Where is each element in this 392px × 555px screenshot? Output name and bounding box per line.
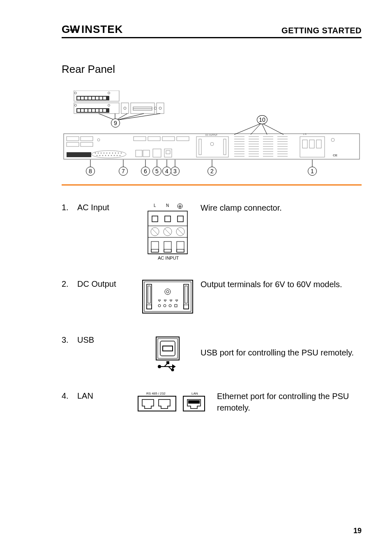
items-list: 1. AC Input L N xyxy=(62,202,362,432)
svg-rect-9 xyxy=(88,97,91,100)
dc-output-icon xyxy=(135,279,201,316)
svg-rect-22 xyxy=(92,109,95,112)
ac-input-caption: AC INPUT xyxy=(158,255,179,260)
svg-rect-28 xyxy=(121,103,129,114)
svg-text:L   N: L N xyxy=(303,133,307,135)
svg-rect-18 xyxy=(77,109,80,112)
svg-point-50 xyxy=(112,153,113,153)
svg-point-59 xyxy=(111,155,112,156)
svg-rect-178 xyxy=(163,346,173,351)
svg-rect-175 xyxy=(156,337,179,360)
item-desc: Output terminals for 6V to 60V models. xyxy=(201,279,362,290)
svg-point-48 xyxy=(106,153,107,153)
callout-8: 8 xyxy=(86,167,95,176)
svg-rect-174 xyxy=(175,304,177,307)
svg-rect-7 xyxy=(81,97,84,100)
svg-rect-8 xyxy=(85,97,88,100)
terminal-l: L xyxy=(154,203,156,208)
svg-rect-20 xyxy=(85,109,88,112)
item-row-ac-input: 1. AC Input L N xyxy=(62,202,362,264)
item-desc: Ethernet port for controlling the PSU re… xyxy=(217,390,362,413)
svg-line-126 xyxy=(251,123,261,135)
svg-rect-167 xyxy=(185,286,187,303)
svg-line-152 xyxy=(178,229,183,235)
orange-divider xyxy=(62,184,362,186)
terminal-n: N xyxy=(166,203,169,208)
svg-rect-157 xyxy=(151,249,159,252)
svg-point-53 xyxy=(121,153,122,153)
svg-rect-34 xyxy=(157,103,164,114)
svg-rect-23 xyxy=(96,109,99,112)
svg-rect-10 xyxy=(92,97,95,100)
svg-point-58 xyxy=(108,155,109,156)
item-label: LAN xyxy=(77,390,135,401)
svg-rect-168 xyxy=(184,305,189,309)
svg-point-60 xyxy=(114,155,115,156)
svg-rect-162 xyxy=(144,282,191,311)
svg-line-150 xyxy=(165,229,171,235)
svg-line-127 xyxy=(262,123,267,135)
item-desc: USB port for controlling the PSU remotel… xyxy=(201,334,362,358)
svg-rect-21 xyxy=(88,109,91,112)
item-label: DC Output xyxy=(77,279,135,289)
rs-label: RS 485 / 232 xyxy=(146,392,166,395)
svg-rect-155 xyxy=(164,242,171,252)
item-num: 4. xyxy=(62,390,77,401)
svg-point-45 xyxy=(98,153,99,153)
callout-1: 1 xyxy=(308,167,317,176)
svg-rect-24 xyxy=(99,109,102,112)
svg-rect-6 xyxy=(77,97,80,100)
svg-line-128 xyxy=(262,123,284,135)
svg-rect-154 xyxy=(151,242,159,252)
item-row-lan: 4. LAN RS 485 / 232 LAN Ethernet port fo… xyxy=(62,390,362,432)
svg-rect-165 xyxy=(147,305,152,309)
svg-rect-166 xyxy=(184,284,189,309)
svg-rect-163 xyxy=(147,284,152,309)
callout-10: 10 xyxy=(257,115,267,124)
svg-rect-13 xyxy=(103,97,106,100)
svg-point-62 xyxy=(120,155,120,156)
svg-rect-25 xyxy=(103,109,106,112)
svg-text:W: W xyxy=(70,23,81,35)
page-number: 19 xyxy=(353,527,362,535)
svg-rect-11 xyxy=(96,97,99,100)
svg-line-124 xyxy=(117,114,160,120)
svg-rect-41 xyxy=(67,152,91,157)
svg-rect-159 xyxy=(177,249,184,252)
usb-icon xyxy=(135,334,201,372)
callout-2: 2 xyxy=(208,167,217,176)
callout-9: 9 xyxy=(111,118,120,128)
page-header: G W INSTEK GETTING STARTED xyxy=(62,23,362,38)
section-title: Rear Panel xyxy=(62,63,362,76)
brand-logo: G W INSTEK xyxy=(62,23,136,35)
svg-point-169 xyxy=(165,289,171,295)
callout-6: 6 xyxy=(141,167,150,176)
item-num: 3. xyxy=(62,334,77,345)
svg-point-56 xyxy=(102,155,103,156)
svg-rect-161 xyxy=(143,280,193,313)
svg-point-54 xyxy=(97,155,97,156)
item-row-dc-output: 2. DC Output xyxy=(62,279,362,320)
svg-point-172 xyxy=(164,304,166,307)
svg-rect-156 xyxy=(177,242,184,252)
svg-rect-143 xyxy=(152,216,158,222)
svg-point-61 xyxy=(117,155,118,156)
callout-4: 4 xyxy=(162,167,171,176)
svg-line-125 xyxy=(234,123,261,135)
svg-rect-19 xyxy=(81,109,84,112)
svg-rect-164 xyxy=(148,286,150,303)
item-label: USB xyxy=(77,334,135,345)
callout-5: 5 xyxy=(152,167,161,176)
item-num: 2. xyxy=(62,279,77,289)
item-num: 1. xyxy=(62,202,77,212)
svg-point-171 xyxy=(158,304,161,307)
item-label: AC Input xyxy=(77,202,135,212)
item-row-usb: 3. USB USB port for controlling the P xyxy=(62,334,362,376)
ac-input-icon: L N xyxy=(135,202,201,264)
svg-text:G: G xyxy=(62,23,70,35)
svg-point-55 xyxy=(99,155,100,156)
header-right: GETTING STARTED xyxy=(281,26,362,35)
rear-panel-diagram: DC OUTPUT xyxy=(62,91,362,181)
svg-point-51 xyxy=(115,153,116,153)
svg-line-148 xyxy=(152,229,158,235)
